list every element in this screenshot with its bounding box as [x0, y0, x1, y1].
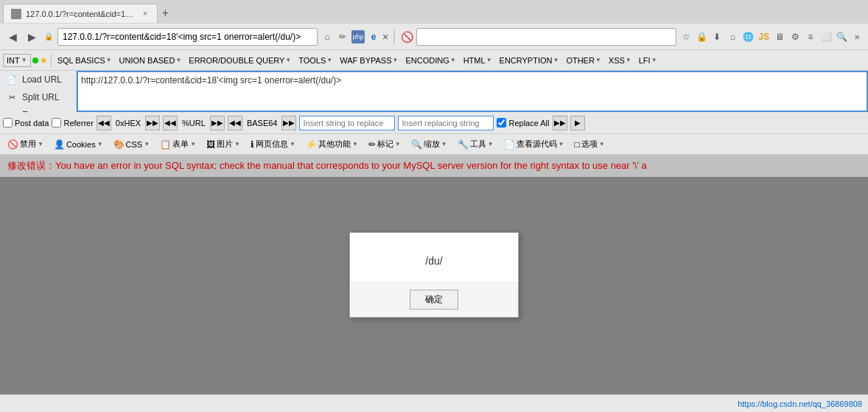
back-button[interactable]: ◀	[4, 29, 21, 45]
source-label: 查看源代码	[517, 139, 557, 150]
referrer-checkbox[interactable]: Referrer	[52, 118, 93, 128]
url-left-btn[interactable]: ◀◀	[163, 116, 178, 130]
dialog-message: /du/	[425, 255, 442, 267]
encoding-label: ENCODING	[405, 56, 449, 65]
replace-all-label: Replace All	[508, 119, 549, 128]
star-icon[interactable]: ☆	[679, 30, 693, 43]
post-data-checkbox[interactable]: Post data	[3, 118, 49, 128]
dialog-overlay: /du/ 确定	[0, 155, 868, 394]
xss-menu[interactable]: XSS ▼	[606, 55, 634, 66]
replace-all-checkbox[interactable]: Replace All	[497, 118, 549, 128]
lock-icon[interactable]: 🔒	[695, 30, 708, 43]
waf-label: WAF BYPASS	[340, 56, 391, 65]
tab-close-button[interactable]: ×	[141, 9, 150, 18]
zoom-tool-icon: 🔍	[411, 139, 422, 150]
js-badge: JS	[757, 32, 771, 42]
tools-tool[interactable]: 🔧 工具 ▼	[453, 136, 498, 152]
post-data-check[interactable]	[3, 118, 13, 128]
forms-tool[interactable]: 📋 表单 ▼	[155, 136, 200, 152]
html-label: HTML	[463, 56, 486, 65]
download-icon[interactable]: ⬇	[710, 30, 724, 43]
monitor-icon[interactable]: 🖥	[773, 30, 786, 43]
url-right-btn[interactable]: ▶▶	[210, 116, 225, 130]
union-based-menu[interactable]: UNION BASED ▼	[116, 55, 185, 66]
hex-left-btn[interactable]: ◀◀	[97, 116, 111, 130]
html-menu[interactable]: HTML ▼	[461, 55, 495, 66]
sql-toolbar: INT ▼ ★ SQL BASICS ▼ UNION BASED ▼ ERROR…	[0, 50, 868, 71]
options-tool[interactable]: □ 选项 ▼	[570, 136, 609, 152]
hex-right-btn[interactable]: ▶▶	[145, 116, 160, 130]
search-input[interactable]	[416, 28, 676, 46]
pageinfo-tool[interactable]: ℹ 网页信息 ▼	[246, 136, 300, 152]
status-dot	[32, 57, 38, 63]
home2-icon[interactable]: ⌂	[726, 30, 739, 43]
lfi-label: LFI	[639, 56, 651, 65]
blocked-icon[interactable]: 🚫	[400, 30, 413, 43]
settings-icon[interactable]: ⚙	[788, 30, 802, 43]
address-icons: ⌂ ✏ php e ×	[321, 30, 388, 43]
home-icon[interactable]: ⌂	[321, 30, 334, 43]
zoom-icon[interactable]: 🔍	[835, 30, 848, 43]
menu-icon[interactable]: ≡	[804, 30, 817, 43]
bookmark-icon[interactable]: ✏	[336, 30, 349, 43]
dialog-ok-button[interactable]: 确定	[410, 290, 458, 310]
globe-icon[interactable]: 🌐	[741, 30, 755, 43]
insert-replacing-input[interactable]	[398, 116, 494, 130]
base64-left-btn[interactable]: ◀◀	[228, 116, 242, 130]
disable-arrow: ▼	[38, 141, 43, 147]
ie-icon[interactable]: e	[367, 30, 380, 43]
hex-label: 0xHEX	[114, 119, 142, 128]
encoding-menu[interactable]: ENCODING ▼	[402, 55, 458, 66]
css-tool[interactable]: 🎨 CSS ▼	[109, 137, 155, 152]
tools-menu[interactable]: TOOLS ▼	[295, 55, 335, 66]
referrer-check[interactable]	[52, 118, 61, 128]
insert-string-input[interactable]	[299, 116, 395, 130]
right-icons: ☆ 🔒 ⬇ ⌂ 🌐 JS 🖥 ⚙ ≡ ⬜ 🔍 »	[679, 30, 864, 43]
mark-tool[interactable]: ✏ 标记 ▼	[364, 136, 405, 152]
address-input[interactable]	[57, 28, 318, 46]
sql-basics-menu[interactable]: SQL BASICS ▼	[55, 55, 115, 66]
zoom-label: 缩放	[424, 139, 440, 150]
tools-tool-icon: 🔧	[458, 139, 469, 150]
zoom-tool[interactable]: 🔍 缩放 ▼	[407, 136, 452, 152]
php-icon[interactable]: php	[351, 30, 365, 43]
tools-tool-label: 工具	[470, 139, 486, 150]
browser-tab[interactable]: 127.0.0.1/?r=content&cid=18'<img src=1 o…	[3, 4, 158, 23]
int-selector[interactable]: INT ▼	[3, 54, 31, 67]
replace-all-check[interactable]	[497, 118, 506, 128]
forward-button[interactable]: ▶	[24, 29, 40, 45]
lfi-menu[interactable]: LFI ▼	[636, 55, 660, 66]
load-url-label: Load URL	[22, 74, 62, 85]
other-arrow: ▼	[595, 57, 601, 63]
sidebar-toggle-icon[interactable]: ⬜	[819, 30, 833, 43]
cookies-icon: 👤	[54, 139, 65, 150]
cookies-tool[interactable]: 👤 Cookies ▼	[49, 137, 108, 152]
close-tab-icon[interactable]: ×	[382, 31, 388, 43]
encryption-menu[interactable]: ENCRYPTION ▼	[497, 55, 562, 66]
replace-right-btn[interactable]: ▶▶	[553, 116, 567, 130]
images-tool[interactable]: 🖼 图片 ▼	[202, 136, 245, 152]
replace-right2-btn[interactable]: ▶	[570, 116, 585, 130]
waf-bypass-menu[interactable]: WAF BYPASS ▼	[337, 55, 401, 66]
url-input-area[interactable]: http://127.0.0.1/?r=content&cid=18'<img …	[77, 71, 868, 112]
int-label: INT	[7, 56, 20, 65]
pageinfo-label: 网页信息	[256, 139, 288, 150]
disable-tool[interactable]: 🚫 禁用 ▼	[3, 136, 48, 152]
error-double-menu[interactable]: ERROR/DOUBLE QUERY ▼	[186, 55, 294, 66]
address-bar: ◀ ▶ 🔒 ⌂ ✏ php e × 🚫 ☆ 🔒 ⬇ ⌂ 🌐 JS 🖥 ⚙ ≡ ⬜…	[0, 24, 868, 50]
more-icon[interactable]: »	[850, 30, 864, 43]
other-menu[interactable]: OTHER ▼	[563, 55, 603, 66]
tools-arrow: ▼	[326, 57, 332, 63]
union-arrow: ▼	[175, 57, 181, 63]
sql-basics-label: SQL BASICS	[57, 56, 105, 65]
other-tool[interactable]: ⚡ 其他功能 ▼	[301, 136, 363, 152]
separator	[51, 54, 52, 67]
star-icon: ★	[40, 55, 48, 66]
new-tab-button[interactable]: +	[162, 7, 169, 20]
source-tool[interactable]: 📄 查看源代码 ▼	[500, 136, 569, 152]
base64-right-btn[interactable]: ▶▶	[281, 116, 296, 130]
css-label: CSS	[126, 140, 143, 149]
load-url-item[interactable]: 📄 Load URL	[0, 71, 76, 88]
split-url-item[interactable]: ✂ Split URL	[0, 88, 76, 106]
pageinfo-arrow: ▼	[290, 141, 295, 147]
